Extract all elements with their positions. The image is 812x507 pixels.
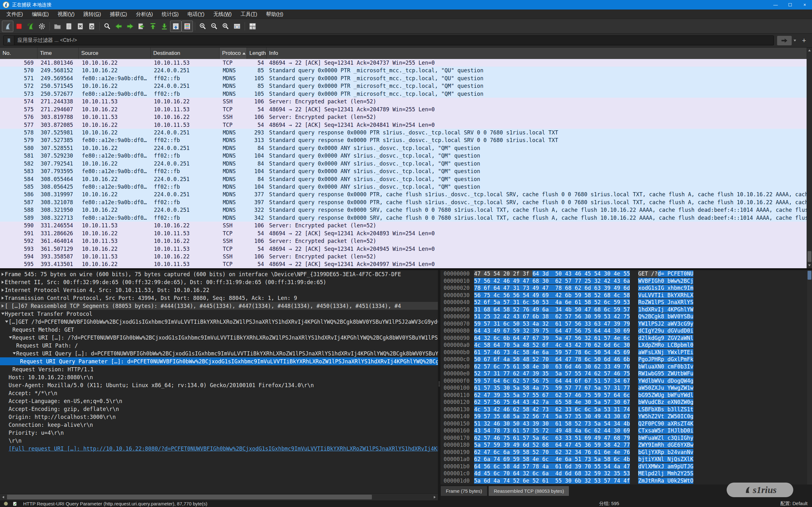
column-header-destination[interactable]: Destination <box>151 48 219 59</box>
hex-ascii[interactable]: RoZW1lPS JnaXRlYS <box>638 299 693 305</box>
hex-ascii[interactable]: RW1wbG95 ZWUtbWFu <box>638 370 693 377</box>
resize-columns-button[interactable] <box>231 20 243 32</box>
hex-ascii[interactable]: YW1lPSJ2 aWV3cG9y <box>638 321 693 327</box>
column-header-protocol[interactable]: Protocol <box>219 48 247 59</box>
packet-row-576[interactable]: 576303.81978810.10.11.5310.10.16.22SSH10… <box>0 113 807 121</box>
scroll-down-button[interactable] <box>807 263 812 268</box>
hex-ascii[interactable]: PgoJPHRp dGxlPmFk <box>638 356 693 362</box>
scroll-left-button[interactable] <box>0 494 6 501</box>
packet-row-595[interactable]: 595393.41350110.10.16.2210.10.11.53TCP54… <box>0 260 807 268</box>
hex-bytes[interactable]: 61 57 35 30 5a 58 4a 75 59 57 77 67 5a 5… <box>474 385 630 391</box>
hex-ascii[interactable]: ZWY9ImRh dGE6YXBw <box>638 442 693 448</box>
packet-row-591[interactable]: 591331.28662610.10.16.2210.10.11.53TCP54… <box>0 230 807 237</box>
hex-ascii[interactable]: bWluaXN0 cmF0b3Iv <box>638 363 693 370</box>
save-file-button[interactable] <box>63 20 74 32</box>
hex-row-00000070[interactable]: 0000007059 57 31 6c 50 53 4a 32 61 57 56… <box>444 320 807 328</box>
detail-line-15[interactable]: Accept: */*\r\n <box>0 389 438 397</box>
detail-line-3[interactable]: Transmission Control Protocol, Src Port:… <box>0 294 438 302</box>
hex-ascii[interactable]: aW50ZXJu YWwgZW1w <box>638 385 693 391</box>
hex-bytes[interactable]: 4c 53 42 46 62 58 42 73 62 33 6c 6c 5a 5… <box>474 406 630 412</box>
detail-line-2[interactable]: Internet Protocol Version 4, Src: 10.10.… <box>0 286 438 294</box>
expander-closed-icon[interactable] <box>2 281 4 284</box>
hex-row-000000f0[interactable]: 000000f059 57 64 6c 62 57 56 75 64 44 6f… <box>444 377 807 385</box>
packet-row-593[interactable]: 593361.50712910.10.16.2210.10.11.53TCP54… <box>0 245 807 253</box>
packet-row-577[interactable]: 577303.87208510.10.16.2210.10.11.53TCP54… <box>0 121 807 129</box>
menu-telephony[interactable]: 电话(Y) <box>183 9 209 19</box>
hex-bytes[interactable]: 4d 45 6c 70 64 32 6c 6a 4d 6d 68 32 59 3… <box>474 470 630 476</box>
hex-row-00000130[interactable]: 000001304c 53 42 46 62 58 42 73 62 33 6c… <box>444 406 807 413</box>
reload-file-button[interactable] <box>86 20 97 32</box>
hex-ascii[interactable]: YWdlbWVu dDogQW4g <box>638 378 693 384</box>
packet-row-578[interactable]: 578307.52598110.10.16.22224.0.0.251MDNS2… <box>0 129 807 136</box>
column-header-source[interactable]: Source <box>79 48 151 59</box>
hex-bytes[interactable]: 51 32 46 30 50 43 39 30 61 58 52 73 5a 5… <box>474 420 630 427</box>
expander-closed-icon[interactable] <box>2 288 4 292</box>
expander-open-icon[interactable] <box>5 321 8 323</box>
capture-comment-icon[interactable] <box>12 501 17 506</box>
packet-row-570[interactable]: 570249.56815210.10.16.22224.0.0.251MDNS8… <box>0 67 807 74</box>
hex-bytes[interactable]: 62 57 6c 75 61 58 4e 30 63 6d 46 30 62 3… <box>474 363 630 370</box>
scroll-right-button[interactable] <box>432 494 438 501</box>
hex-row-00000110[interactable]: 0000011062 47 39 35 5a 57 55 67 62 57 46… <box>444 392 807 399</box>
expander-closed-icon[interactable] <box>2 273 4 276</box>
filter-add-button[interactable]: + <box>799 36 809 45</box>
go-first-button[interactable] <box>147 20 159 32</box>
packet-row-572[interactable]: 572250.57154510.10.16.22224.0.0.251MDNS8… <box>0 82 807 90</box>
packet-row-590[interactable]: 590331.24655410.10.11.5310.10.16.22SSH10… <box>0 222 807 229</box>
packet-row-594[interactable]: 594393.35858710.10.11.5310.10.16.22SSH10… <box>0 253 807 260</box>
detail-line-6[interactable]: […]GET /?d=PCFET0NUWVBFIGh0bWw%2BCjxodG1… <box>0 318 438 326</box>
hex-row-00000120[interactable]: 0000012062 57 56 75 64 43 42 7a 65 58 4e… <box>444 399 807 406</box>
zoom-out-button[interactable] <box>208 20 220 32</box>
hex-bytes[interactable]: 50 67 6f 4a 50 48 52 70 64 47 78 6c 50 6… <box>474 356 630 362</box>
packet-row-571[interactable]: 571249.569564fe80::a12e:9a0b:df0…ff02::f… <box>0 74 807 82</box>
hex-bytes[interactable]: 78 6f 64 47 31 73 49 47 78 68 62 6d 63 3… <box>474 285 630 291</box>
minimize-button[interactable]: — <box>768 0 783 9</box>
expander-open-icon[interactable] <box>1 313 4 315</box>
detail-line-4[interactable]: [ […]67 Reassembled TCP Segments (88053 … <box>0 302 438 310</box>
hex-ascii[interactable]: Q%2BCgk8 bWV0YSBu <box>638 313 693 320</box>
go-last-button[interactable] <box>159 20 170 32</box>
detail-line-9[interactable]: Request URI Path: / <box>0 341 438 349</box>
hex-row-00000150[interactable]: 0000015051 32 46 30 50 43 39 30 61 58 52… <box>444 420 807 428</box>
open-file-button[interactable] <box>52 20 63 32</box>
hex-ascii[interactable]: bWFuaWZl c3QiIGhy <box>638 435 693 441</box>
menu-wireless[interactable]: 无线(W) <box>209 9 236 19</box>
menu-capture[interactable]: 捕获(C) <box>105 9 132 19</box>
hex-ascii[interactable]: aWFsLXNj YWxlPTEi <box>638 349 693 355</box>
hex-row-00000190[interactable]: 0000019062 47 6c 6a 59 58 52 70 62 32 34… <box>444 449 807 456</box>
packet-row-583[interactable]: 583307.793595fe80::a12e:9a0b:df0…ff02::f… <box>0 167 807 175</box>
hex-bytes[interactable]: 64 32 6c 6b 64 47 67 39 5a 47 56 32 61 5… <box>474 335 630 341</box>
detail-line-19[interactable]: Connection: keep-alive\r\n <box>0 421 438 429</box>
hex-bytes[interactable]: 31 68 64 58 52 76 49 6a 34 4b 50 47 68 6… <box>474 306 630 313</box>
packet-row-581[interactable]: 581307.529230fe80::a12e:9a0b:df0…ff02::f… <box>0 152 807 160</box>
detail-line-17[interactable]: Accept-Encoding: gzip, deflate\r\n <box>0 405 438 413</box>
capture-restart-button[interactable] <box>25 20 36 32</box>
expert-info-icon[interactable] <box>4 502 8 506</box>
go-to-packet-button[interactable] <box>136 20 147 32</box>
detail-line-8[interactable]: Request URI […]: /?d=PCFET0NUWVBFIGh0bWw… <box>0 334 438 341</box>
hex-bytes[interactable]: 62 57 46 75 61 57 5a 6c 63 33 51 69 49 4… <box>474 435 630 441</box>
display-filter-input[interactable]: 应用显示过滤器 ... <Ctrl-/> <box>3 36 774 45</box>
filter-dropdown-caret[interactable] <box>792 36 798 45</box>
hex-ascii[interactable]: xodG1sIG xhbmc9Im <box>638 285 693 291</box>
capture-stop-button[interactable] <box>13 20 25 32</box>
hex-ascii[interactable]: dCIgY29u dGVudD0i <box>638 328 693 334</box>
hex-bytes[interactable]: 64 43 49 67 59 32 39 75 64 47 56 75 64 4… <box>474 328 630 334</box>
expander-closed-icon[interactable] <box>2 304 4 307</box>
hex-ascii[interactable]: bWVudCBz eXN0ZW0g <box>638 399 693 405</box>
hex-row-00000100[interactable]: 0000010061 57 35 30 5a 58 4a 75 59 57 77… <box>444 384 807 392</box>
menu-help[interactable]: 帮助(H) <box>262 9 288 19</box>
detail-line-13[interactable]: Host: 10.10.16.22:8080\r\n <box>0 373 438 381</box>
packet-row-588[interactable]: 588308.32195010.10.16.22224.0.0.251MDNS3… <box>0 206 807 214</box>
hex-ascii[interactable]: 1hdXRvIj 4KPGhlYW <box>638 306 693 313</box>
hex-bytes[interactable]: 47 45 54 20 2f 3f 64 3d 50 43 46 45 54 3… <box>474 271 630 277</box>
hex-row-000001b0[interactable]: 000001b064 56 6c 58 4d 57 78 4a 61 6d 39… <box>444 463 807 470</box>
column-header-length[interactable]: Length <box>247 48 266 59</box>
menu-statistics[interactable]: 统计(S) <box>157 9 183 19</box>
menu-go[interactable]: 跳转(G) <box>79 9 105 19</box>
hex-row-000001c0[interactable]: 000001c04d 45 6c 70 64 32 6c 6a 4d 6d 68… <box>444 470 807 477</box>
hex-row-000000e0[interactable]: 000000e052 57 31 77 62 47 39 35 5a 57 55… <box>444 370 807 377</box>
packet-row-584[interactable]: 584308.05546410.10.16.22224.0.0.251MDNS8… <box>0 175 807 183</box>
hex-bytes[interactable]: 51 25 32 42 43 67 6b 38 62 57 56 30 59 5… <box>474 313 630 320</box>
hex-row-00000180[interactable]: 000001805a 57 59 39 49 6d 52 68 64 47 45… <box>444 441 807 449</box>
